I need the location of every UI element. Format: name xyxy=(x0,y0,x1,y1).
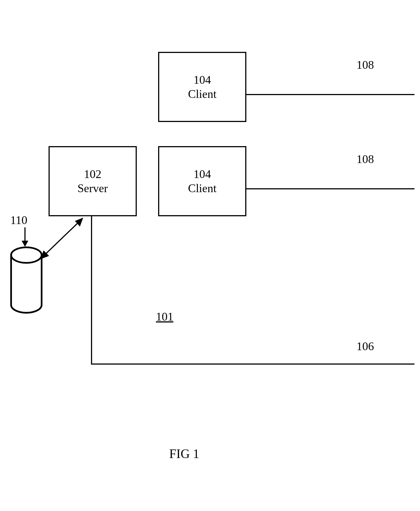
client-mid-num: 104 xyxy=(194,167,211,181)
arrow-110-to-cylinder xyxy=(19,227,31,250)
svg-line-5 xyxy=(43,220,80,256)
label-108-top: 108 xyxy=(356,58,374,72)
client-mid-box: 104 Client xyxy=(158,146,246,216)
svg-marker-1 xyxy=(22,241,28,247)
client-top-num: 104 xyxy=(194,73,211,87)
line-bottom-right xyxy=(91,363,414,365)
line-server-down xyxy=(91,215,92,365)
label-110: 110 xyxy=(10,213,27,227)
server-num: 102 xyxy=(84,167,102,181)
server-box: 102 Server xyxy=(49,146,137,216)
figure-caption: FIG 1 xyxy=(169,446,199,461)
line-client-top-right xyxy=(245,94,414,95)
client-mid-name: Client xyxy=(188,181,217,195)
server-name: Server xyxy=(77,181,108,195)
arrow-db-server xyxy=(35,215,90,265)
client-top-name: Client xyxy=(188,87,217,101)
label-108-mid: 108 xyxy=(356,152,374,166)
label-106: 106 xyxy=(356,340,374,353)
client-top-box: 104 Client xyxy=(158,52,246,122)
label-101: 101 xyxy=(156,310,173,323)
line-client-mid-right xyxy=(245,188,414,189)
